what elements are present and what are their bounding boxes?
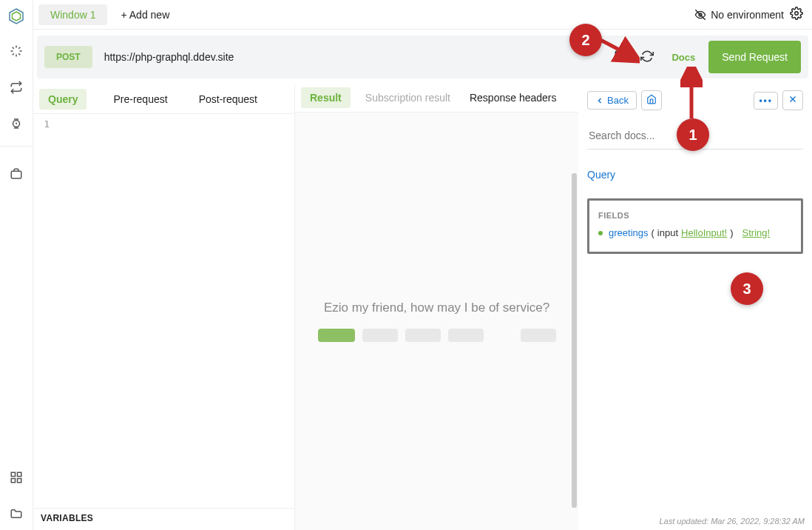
gear-icon — [790, 7, 803, 20]
tab-subscription-result[interactable]: Subscription result — [361, 86, 455, 110]
result-tab-bar: Result Subscription result Response head… — [295, 84, 578, 113]
query-tab-bar: Query Pre-request Post-request — [33, 84, 294, 114]
eye-off-icon — [694, 9, 706, 21]
docs-close-button[interactable] — [782, 90, 803, 110]
result-placeholder: Ezio my friend, how may I be of service? — [295, 113, 578, 530]
svg-rect-4 — [11, 472, 15, 476]
pill — [521, 329, 556, 342]
fields-label: FIELDS — [598, 211, 792, 220]
result-column: Result Subscription result Response head… — [295, 84, 578, 530]
environment-label: No environment — [711, 9, 784, 21]
settings-button[interactable] — [790, 7, 803, 22]
docs-home-button[interactable] — [641, 90, 662, 110]
grid-icon[interactable] — [10, 471, 23, 486]
left-rail — [0, 0, 33, 530]
watch-icon[interactable] — [10, 117, 23, 132]
http-method[interactable]: POST — [44, 46, 92, 68]
paren-close: ) — [730, 227, 733, 238]
arrow-left-icon — [595, 96, 604, 105]
collections-icon[interactable] — [10, 167, 23, 183]
add-tab-button[interactable]: + Add new — [121, 9, 169, 21]
app-logo — [7, 7, 25, 27]
fields-box: FIELDS greetings ( input HelloInput! ) S… — [587, 198, 803, 254]
annotation-arrow-2 — [595, 36, 640, 65]
window-tab[interactable]: Window 1 — [38, 4, 107, 25]
pill — [318, 329, 355, 342]
docs-button[interactable]: Docs — [663, 52, 704, 63]
tab-bar: Window 1 + Add new No environment — [33, 0, 812, 30]
docs-panel: Back ••• Query FIELDS — [578, 84, 812, 530]
docs-query-root[interactable]: Query — [587, 169, 803, 181]
tab-query[interactable]: Query — [39, 89, 87, 110]
field-row: greetings ( input HelloInput! ) String! — [598, 227, 792, 238]
placeholder-pills — [318, 329, 556, 342]
close-icon — [788, 94, 798, 104]
tab-result[interactable]: Result — [301, 87, 351, 108]
svg-rect-6 — [11, 479, 15, 483]
reload-icon — [640, 50, 654, 63]
svg-rect-3 — [11, 171, 21, 178]
svg-rect-7 — [18, 479, 21, 483]
pill — [362, 329, 398, 342]
url-input[interactable] — [97, 51, 606, 63]
paren-open: ( — [651, 227, 654, 238]
annotation-2: 2 — [569, 24, 602, 56]
environment-selector[interactable]: No environment — [694, 9, 784, 21]
pill — [405, 329, 441, 342]
return-type-link[interactable]: String! — [742, 227, 771, 238]
back-label: Back — [607, 95, 629, 106]
tab-pre-request[interactable]: Pre-request — [109, 87, 172, 111]
docs-back-button[interactable]: Back — [587, 91, 637, 110]
field-dot — [598, 231, 603, 235]
svg-marker-1 — [13, 12, 21, 21]
svg-point-10 — [795, 12, 799, 16]
variables-toggle[interactable]: VARIABLES — [33, 508, 294, 530]
arg-name: input — [657, 227, 678, 238]
placeholder-text: Ezio my friend, how may I be of service? — [324, 301, 549, 315]
loading-icon[interactable] — [10, 44, 23, 60]
annotation-3: 3 — [731, 272, 763, 305]
docs-more-button[interactable]: ••• — [754, 92, 778, 110]
send-request-button[interactable]: Send Request — [708, 41, 801, 73]
tab-post-request[interactable]: Post-request — [194, 87, 262, 111]
folder-icon[interactable] — [10, 507, 23, 523]
pill — [448, 329, 484, 342]
arg-type-link[interactable]: HelloInput! — [681, 227, 727, 238]
query-column: Query Pre-request Post-request 1 VARIABL… — [33, 84, 295, 530]
tab-response-headers[interactable]: Response headers — [465, 86, 561, 110]
svg-rect-5 — [18, 472, 21, 476]
line-gutter: 1 — [33, 114, 55, 508]
svg-marker-0 — [10, 9, 23, 24]
last-updated: Last updated: Mar 26, 2022, 9:28:32 AM — [659, 517, 805, 526]
annotation-arrow-1 — [680, 67, 703, 122]
annotation-1: 1 — [677, 118, 709, 151]
home-icon — [646, 94, 657, 104]
query-editor[interactable]: 1 — [33, 114, 294, 508]
field-name[interactable]: greetings — [609, 227, 648, 238]
result-scrollbar[interactable] — [572, 173, 577, 508]
sync-icon[interactable] — [10, 81, 23, 96]
